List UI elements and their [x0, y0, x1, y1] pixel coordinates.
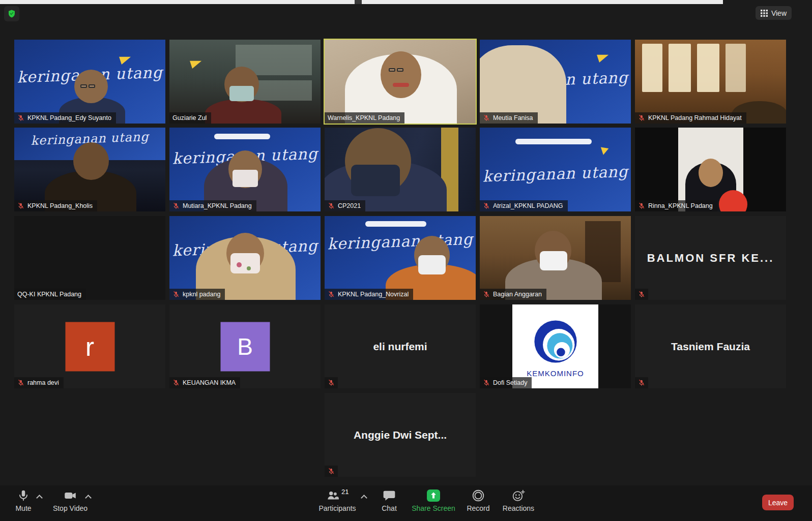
banner-pill-graphic: [214, 134, 270, 139]
video-tile-rahmad-hidayat[interactable]: KPKNL Padang Rahmad Hidayat: [635, 40, 786, 124]
video-tile-rahma-devi[interactable]: r rahma devi: [14, 304, 165, 388]
participant-nameplate: KPKNL Padang_Edy Suyanto: [14, 112, 116, 124]
mute-button-label: Mute: [15, 504, 31, 512]
face-mask-graphic: [233, 170, 258, 187]
stop-video-button-label: Stop Video: [53, 504, 88, 512]
view-button-label: View: [771, 9, 787, 17]
muted-mic-icon: [638, 114, 645, 121]
avatar: r: [65, 322, 114, 371]
video-tile-warnelis-active-speaker[interactable]: Warnelis_KPKNL Padang: [325, 40, 476, 124]
muted-mic-icon: [483, 379, 490, 386]
chat-button-label: Chat: [382, 504, 397, 512]
chat-button[interactable]: Chat: [375, 489, 403, 512]
zoom-meeting-window: View keringanan utang KPKNL Padang_Edy S…: [0, 0, 812, 521]
share-screen-button[interactable]: Share Screen: [407, 489, 460, 512]
video-tile-mutiara[interactable]: keringanan utang Mutiara_KPKNL Padang: [169, 128, 321, 211]
mouth-graphic: [393, 83, 409, 87]
video-tile-qq-ki[interactable]: QQ-KI KPKNL Padang: [14, 216, 165, 300]
participant-name: KPKNL Padang_Kholis: [27, 202, 93, 209]
participant-display-name: BALMON SFR KE...: [635, 216, 786, 300]
participant-video: keringanan utang: [14, 40, 165, 124]
security-button[interactable]: [4, 6, 19, 21]
video-tile-bagian-anggaran[interactable]: Bagian Anggaran: [480, 216, 631, 300]
leave-button[interactable]: Leave: [762, 495, 794, 510]
participant-nameplate: [635, 377, 648, 388]
muted-mic-icon: [17, 379, 24, 386]
participant-name: rahma devi: [27, 379, 59, 386]
person-silhouette: [73, 142, 109, 180]
participant-nameplate: [635, 289, 648, 300]
participants-button-label: Participants: [318, 504, 356, 512]
participant-name: Meutia Fanisa: [493, 114, 533, 121]
security-shield-icon: [7, 9, 16, 18]
video-tile-guziarie-zul[interactable]: Guziarie Zul: [169, 40, 321, 124]
video-tile-atrizal[interactable]: keringanan utang Atrizal_KPKNL PADANG: [480, 128, 631, 211]
mute-button[interactable]: Mute: [9, 489, 38, 512]
muted-mic-icon: [483, 291, 490, 298]
participants-options-chevron[interactable]: [360, 493, 367, 500]
paper-plane-graphic: [597, 51, 610, 63]
muted-mic-icon: [483, 114, 490, 121]
avatar-letter: B: [237, 333, 253, 360]
mute-options-chevron[interactable]: [36, 493, 43, 500]
video-tile-tasniem-fauzia[interactable]: Tasniem Fauzia: [635, 304, 786, 388]
participant-nameplate: Atrizal_KPKNL PADANG: [480, 200, 568, 211]
video-tile-eli-nurfemi[interactable]: eli nurfemi: [325, 304, 476, 388]
participant-name: KPKNL Padang_Novrizal: [338, 291, 409, 298]
participant-display-name: Tasniem Fauzia: [635, 304, 786, 388]
participant-nameplate: KPKNL Padang_Novrizal: [325, 289, 413, 300]
red-object-graphic: [719, 190, 747, 211]
participant-video: [480, 216, 631, 300]
video-tile-dofi-setiady[interactable]: KEMKOMINFO Dofi Setiady: [480, 304, 631, 388]
participant-video: keringanan utang: [480, 128, 631, 211]
banner-script-text: keringanan utang: [480, 162, 631, 185]
share-screen-button-label: Share Screen: [412, 504, 455, 512]
participant-video: keringanan utang: [480, 40, 631, 124]
avatar: B: [220, 322, 270, 371]
participant-nameplate: kpknl padang: [169, 289, 225, 300]
video-tile-keuangan-ikma[interactable]: B KEUANGAN IKMA: [169, 304, 321, 388]
participants-button[interactable]: 21 Participants: [313, 489, 362, 512]
participant-name: KEUANGAN IKMA: [183, 379, 236, 386]
paper-plane-graphic: [601, 145, 610, 155]
muted-mic-icon: [483, 202, 490, 209]
video-tile-rinna[interactable]: Rinna_KPKNL Padang: [635, 128, 786, 211]
reactions-button-label: Reactions: [503, 504, 534, 512]
video-tile-anggie[interactable]: Anggie Dwi Sept...: [325, 393, 476, 477]
video-tile-kholis[interactable]: keringanan utang KPKNL Padang_Kholis: [14, 128, 165, 211]
video-tile-meutia-fanisa[interactable]: keringanan utang Meutia Fanisa: [480, 40, 631, 124]
reactions-button[interactable]: Reactions: [497, 489, 540, 512]
video-tile-edy-suyanto[interactable]: keringanan utang KPKNL Padang_Edy Suyant…: [14, 40, 165, 124]
banner-script-text: keringanan utang: [325, 230, 476, 253]
kemkominfo-logo-icon: [529, 315, 582, 368]
participant-nameplate: Mutiara_KPKNL Padang: [169, 200, 256, 211]
muted-mic-icon: [328, 468, 335, 475]
video-tile-balmon[interactable]: BALMON SFR KE...: [635, 216, 786, 300]
grid-view-icon: [761, 10, 768, 17]
stop-video-button[interactable]: Stop Video: [51, 489, 90, 512]
participant-name: KPKNL Padang_Edy Suyanto: [27, 114, 111, 121]
face-mask-graphic: [540, 251, 567, 270]
participant-name: Guziarie Zul: [172, 114, 207, 121]
person-silhouette: [699, 159, 723, 187]
participant-nameplate: Bagian Anggaran: [480, 289, 546, 300]
face-mask-graphic: [418, 255, 446, 274]
muted-mic-icon: [328, 202, 335, 209]
participant-video: keringanan utang: [169, 128, 321, 211]
participant-name: Warnelis_KPKNL Padang: [328, 114, 400, 121]
person-silhouette: [205, 99, 281, 124]
video-tile-kpknl-padang[interactable]: keringanan utang kpknl padang: [169, 216, 321, 300]
avatar-letter: r: [85, 331, 94, 362]
participant-name: CP2021: [338, 202, 361, 209]
reactions-smiley-icon: [512, 489, 526, 502]
participant-video: keringanan utang: [325, 216, 476, 300]
view-button[interactable]: View: [756, 6, 792, 20]
record-button[interactable]: Record: [461, 489, 496, 512]
participant-name: Dofi Setiady: [493, 379, 527, 386]
participant-name: Bagian Anggaran: [493, 291, 542, 298]
video-tile-cp2021[interactable]: CP2021: [325, 128, 476, 211]
stop-video-options-chevron[interactable]: [84, 493, 92, 500]
muted-mic-icon: [17, 202, 24, 209]
video-tile-novrizal[interactable]: keringanan utang KPKNL Padang_Novrizal: [325, 216, 476, 300]
participants-count-badge: 21: [341, 488, 349, 496]
